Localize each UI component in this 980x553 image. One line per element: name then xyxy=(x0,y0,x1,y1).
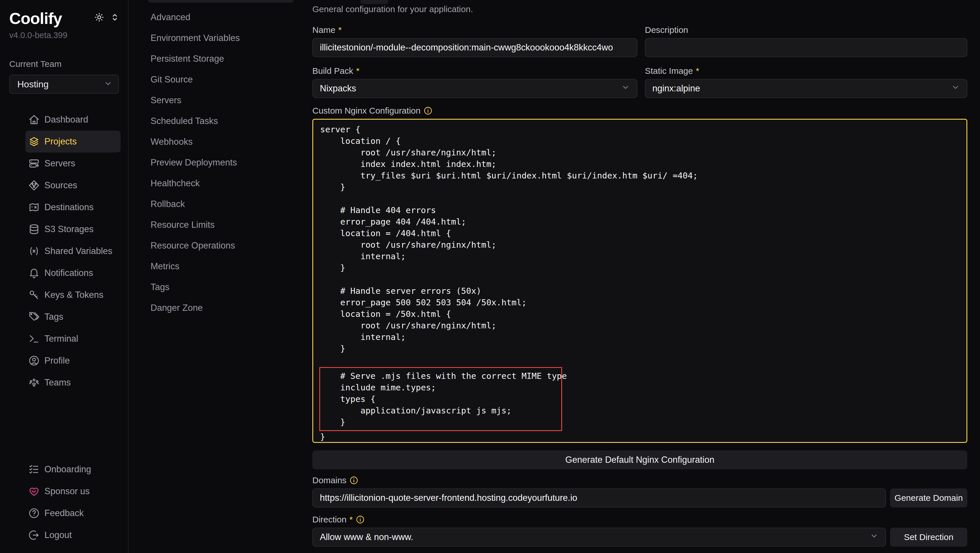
logout-icon xyxy=(28,529,40,541)
sidebar-item-label: Notifications xyxy=(45,268,93,278)
chevron-down-icon xyxy=(870,532,878,543)
subnav-item-rollback[interactable]: Rollback xyxy=(151,194,312,215)
info-icon[interactable] xyxy=(356,515,365,524)
sidebar-item-label: Dashboard xyxy=(45,114,88,125)
info-icon[interactable] xyxy=(423,106,433,115)
nginx-config-text: server { location / { root /usr/share/ng… xyxy=(320,124,698,353)
subnav-item-environment-variables[interactable]: Environment Variables xyxy=(151,28,312,48)
app-root: Coolify v4.0.0-beta.399 Current Team Hos… xyxy=(0,0,980,553)
terminal-icon xyxy=(28,333,40,345)
build-pack-select[interactable]: Nixpacks xyxy=(312,79,637,98)
sidebar-item-label: Tags xyxy=(45,311,63,322)
sidebar-item-label: Projects xyxy=(45,137,77,147)
nginx-config-textarea[interactable]: server { location / { root /usr/share/ng… xyxy=(312,119,967,443)
subnav-item-healthcheck[interactable]: Healthcheck xyxy=(151,173,312,194)
chevron-down-icon xyxy=(621,83,630,94)
bell-icon xyxy=(28,267,40,279)
sidebar-item-feedback[interactable]: Feedback xyxy=(25,502,121,524)
app-logo: Coolify xyxy=(9,10,62,27)
current-team-label: Current Team xyxy=(9,59,123,69)
domains-label: Domains xyxy=(312,475,967,486)
sidebar-item-logout[interactable]: Logout xyxy=(25,524,121,546)
profile-icon xyxy=(28,355,40,367)
sidebar-item-label: Keys & Tokens xyxy=(45,290,103,300)
domains-input[interactable]: https://illicitonion-quote-server-fronte… xyxy=(312,488,886,507)
info-icon[interactable] xyxy=(349,476,358,485)
variables-icon xyxy=(28,245,40,257)
subnav-item-persistent-storage[interactable]: Persistent Storage xyxy=(151,48,312,69)
sidebar-item-servers[interactable]: Servers xyxy=(25,153,121,175)
static-image-label: Static Image* xyxy=(645,66,967,76)
key-icon xyxy=(28,289,40,301)
generate-default-nginx-button[interactable]: Generate Default Nginx Configuration xyxy=(312,450,967,469)
chevron-down-icon xyxy=(951,83,960,94)
sidebar-footer-nav: Onboarding Sponsor us Feedback Logout xyxy=(25,458,123,546)
sidebar-item-dashboard[interactable]: Dashboard xyxy=(25,109,121,130)
sidebar-item-profile[interactable]: Profile xyxy=(25,350,121,372)
subnav-item-tags[interactable]: Tags xyxy=(151,277,312,297)
git-source-icon xyxy=(28,180,40,191)
nginx-config-label: Custom Nginx Configuration xyxy=(312,105,967,116)
required-asterisk: * xyxy=(696,66,699,76)
sidebar-item-teams[interactable]: Teams xyxy=(25,372,121,394)
description-label: Description xyxy=(645,25,967,35)
sidebar: Coolify v4.0.0-beta.399 Current Team Hos… xyxy=(0,0,129,553)
static-image-select[interactable]: nginx:alpine xyxy=(645,79,967,98)
general-settings-panel: General configuration for your applicati… xyxy=(312,0,980,553)
subnav-item-resource-limits[interactable]: Resource Limits xyxy=(151,215,312,235)
nginx-mime-highlight-box: # Serve .mjs files with the correct MIME… xyxy=(319,367,562,431)
sidebar-item-terminal[interactable]: Terminal xyxy=(25,328,121,350)
subnav-item-webhooks[interactable]: Webhooks xyxy=(151,132,312,152)
subnav-item-danger-zone[interactable]: Danger Zone xyxy=(151,297,312,318)
team-select[interactable]: Hosting xyxy=(9,75,119,94)
nginx-config-text-end: } xyxy=(320,432,325,442)
set-direction-button[interactable]: Set Direction xyxy=(890,528,967,547)
sidebar-item-label: Sponsor us xyxy=(45,486,90,496)
chevron-down-icon xyxy=(104,79,113,89)
sidebar-item-destinations[interactable]: Destinations xyxy=(25,196,121,218)
sidebar-item-projects[interactable]: Projects xyxy=(25,130,121,153)
sidebar-item-shared-variables[interactable]: Shared Variables xyxy=(25,240,121,262)
chevron-up-down-icon[interactable] xyxy=(110,12,120,22)
tags-icon xyxy=(28,311,40,323)
page-subtitle: General configuration for your applicati… xyxy=(312,4,967,14)
build-pack-label: Build Pack* xyxy=(312,66,637,76)
subnav-active-item-partial[interactable] xyxy=(148,0,294,3)
server-icon xyxy=(28,158,40,169)
sidebar-item-s3-storages[interactable]: S3 Storages xyxy=(25,218,121,240)
checklist-icon xyxy=(28,464,40,475)
subnav-item-scheduled-tasks[interactable]: Scheduled Tasks xyxy=(151,111,312,132)
subnav-item-metrics[interactable]: Metrics xyxy=(151,256,312,277)
required-asterisk: * xyxy=(349,515,353,524)
subnav-item-git-source[interactable]: Git Source xyxy=(151,69,312,90)
generate-domain-button[interactable]: Generate Domain xyxy=(890,488,967,507)
subnav-item-resource-operations[interactable]: Resource Operations xyxy=(151,235,312,256)
sidebar-item-onboarding[interactable]: Onboarding xyxy=(25,458,121,480)
sidebar-item-label: Terminal xyxy=(45,334,78,344)
app-version: v4.0.0-beta.399 xyxy=(9,30,123,40)
subnav-item-preview-deployments[interactable]: Preview Deployments xyxy=(151,152,312,173)
subnav-item-advanced[interactable]: Advanced xyxy=(151,7,312,28)
database-icon xyxy=(28,224,40,235)
theme-toggle-sun-icon[interactable] xyxy=(94,12,104,22)
sidebar-item-sources[interactable]: Sources xyxy=(25,175,121,196)
sidebar-item-label: Profile xyxy=(45,356,70,366)
sidebar-item-sponsor-us[interactable]: Sponsor us xyxy=(25,480,121,502)
sidebar-item-label: S3 Storages xyxy=(45,224,94,234)
team-select-value: Hosting xyxy=(17,79,49,90)
heart-icon xyxy=(28,486,40,497)
sidebar-item-keys-tokens[interactable]: Keys & Tokens xyxy=(25,284,121,306)
name-input[interactable]: illicitestonion/-module--decomposition:m… xyxy=(312,38,637,57)
sidebar-item-notifications[interactable]: Notifications xyxy=(25,262,121,284)
sidebar-item-label: Sources xyxy=(45,180,77,191)
header-partial-element xyxy=(361,0,388,4)
required-asterisk: * xyxy=(356,66,360,76)
sidebar-item-tags[interactable]: Tags xyxy=(25,306,121,328)
sidebar-item-label: Feedback xyxy=(45,508,84,518)
subnav-item-servers[interactable]: Servers xyxy=(151,90,312,111)
direction-select[interactable]: Allow www & non-www. xyxy=(312,528,886,547)
help-icon xyxy=(28,507,40,519)
sidebar-nav: Dashboard Projects Servers Sources Desti… xyxy=(25,109,123,394)
description-input[interactable] xyxy=(645,38,967,57)
sidebar-item-label: Destinations xyxy=(45,202,94,213)
